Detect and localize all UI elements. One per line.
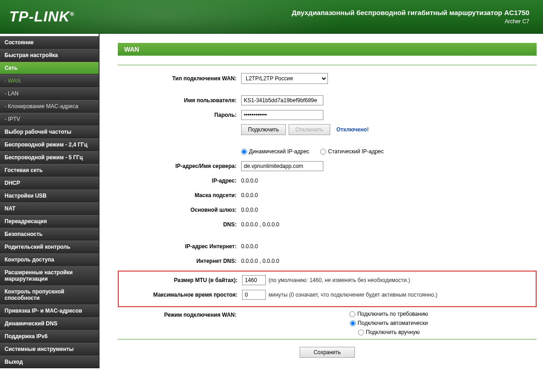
sidebar: СостояниеБыстрая настройкаСеть- WAN- LAN… xyxy=(0,34,100,368)
nav-item-11[interactable]: DHCP xyxy=(0,177,99,189)
label-gateway: Основной шлюз: xyxy=(118,207,241,213)
label-idle: Максимальное время простоя: xyxy=(119,292,242,298)
save-button[interactable]: Сохранить xyxy=(300,347,355,358)
nav-item-0[interactable]: Состояние xyxy=(0,36,99,49)
label-ip: IP-адрес: xyxy=(118,178,241,184)
nav-item-12[interactable]: Настройки USB xyxy=(0,189,99,202)
nav-item-19[interactable]: Контроль пропускной способности xyxy=(0,285,99,304)
value-mask: 0.0.0.0 xyxy=(241,192,258,199)
hint-mtu: (по умолчанию: 1460, не изменять без нео… xyxy=(269,277,410,283)
nav-item-16[interactable]: Родительский контроль xyxy=(0,240,99,253)
label-auto: Подключить автоматически xyxy=(358,320,428,326)
password-input[interactable] xyxy=(241,110,323,120)
disconnect-button[interactable]: Отключить xyxy=(289,124,330,135)
label-on-demand: Подключить по требованию xyxy=(357,311,428,317)
radio-auto[interactable] xyxy=(350,320,356,326)
nav-item-8[interactable]: Беспроводной режим - 2,4 ГГц xyxy=(0,138,99,151)
username-input[interactable] xyxy=(241,95,323,105)
nav-item-13[interactable]: NAT xyxy=(0,202,99,215)
wan-type-select[interactable]: L2TP/L2TP Россия xyxy=(241,73,328,84)
nav-item-21[interactable]: Динамический DNS xyxy=(0,317,99,330)
radio-dynamic-ip[interactable] xyxy=(241,149,247,155)
page-title: WAN xyxy=(118,43,537,56)
radio-on-demand[interactable] xyxy=(349,311,355,317)
connection-status: Отключено! xyxy=(337,126,369,133)
idle-input[interactable] xyxy=(242,290,266,300)
value-gateway: 0.0.0.0 xyxy=(241,207,258,213)
nav-item-17[interactable]: Контроль доступа xyxy=(0,253,99,266)
wan-form: Тип подключения WAN: L2TP/L2TP Россия Им… xyxy=(118,73,537,358)
label-server: IP-адрес/Имя сервера: xyxy=(118,163,241,169)
highlight-box: Размер MTU (в байтах): (по умолчанию: 14… xyxy=(118,271,537,307)
label-dynamic-ip: Динамический IP-адрес xyxy=(249,148,309,155)
value-ip: 0.0.0.0 xyxy=(241,178,258,184)
connect-button[interactable]: Подключить xyxy=(241,124,286,135)
nav-item-1[interactable]: Быстрая настройка xyxy=(0,49,99,62)
server-input[interactable] xyxy=(241,161,323,171)
nav-item-2[interactable]: Сеть xyxy=(0,62,99,74)
nav-item-24[interactable]: Выход xyxy=(0,355,99,368)
value-internet-dns: 0.0.0.0 , 0.0.0.0 xyxy=(241,258,279,264)
label-dns: DNS: xyxy=(118,221,241,228)
nav-item-18[interactable]: Расширенные настройки маршрутизации xyxy=(0,266,99,285)
hint-idle: минуты (0 означает, что подключение буде… xyxy=(269,292,438,298)
nav-item-14[interactable]: Переадресация xyxy=(0,215,99,228)
nav-item-4[interactable]: - LAN xyxy=(0,87,99,100)
label-mtu: Размер MTU (в байтах): xyxy=(119,277,242,283)
logo: TP-LINK® xyxy=(9,8,74,25)
label-username: Имя пользователя: xyxy=(118,97,241,104)
label-manual: Подключить вручную xyxy=(366,329,420,335)
nav-item-6[interactable]: - IPTV xyxy=(0,113,99,125)
content: WAN Тип подключения WAN: L2TP/L2TP Росси… xyxy=(100,34,543,368)
nav-item-22[interactable]: Поддержка IPv6 xyxy=(0,330,99,343)
nav-item-20[interactable]: Привязка IP- и MAC-адресов xyxy=(0,304,99,317)
product-model: Archer C7 xyxy=(292,18,529,25)
nav-item-3[interactable]: - WAN xyxy=(0,74,99,87)
label-password: Пароль: xyxy=(118,112,241,118)
label-internet-ip: IP-адрес Интернет: xyxy=(118,243,241,250)
radio-manual[interactable] xyxy=(358,329,364,335)
nav-item-5[interactable]: - Клонирование MAC-адреса xyxy=(0,100,99,113)
label-internet-dns: Интернет DNS: xyxy=(118,258,241,264)
value-internet-ip: 0.0.0.0 xyxy=(241,243,258,250)
header: TP-LINK® Двухдиапазонный беспроводной ги… xyxy=(0,0,543,34)
nav-item-9[interactable]: Беспроводной режим - 5 ГГц xyxy=(0,151,99,164)
nav-item-23[interactable]: Системные инструменты xyxy=(0,343,99,355)
nav-item-10[interactable]: Гостевая сеть xyxy=(0,164,99,177)
radio-static-ip[interactable] xyxy=(320,149,326,155)
label-wan-type: Тип подключения WAN: xyxy=(118,75,241,82)
label-static-ip: Статический IP-адрес xyxy=(328,148,384,155)
nav-item-7[interactable]: Выбор рабочей частоты xyxy=(0,125,99,138)
label-mask: Маска подсети: xyxy=(118,192,241,199)
separator xyxy=(118,339,537,340)
header-right: Двухдиапазонный беспроводной гигабитный … xyxy=(292,9,529,25)
product-title: Двухдиапазонный беспроводной гигабитный … xyxy=(292,9,529,16)
separator xyxy=(118,65,537,65)
label-connect-mode: Режим подключения WAN: xyxy=(118,311,241,318)
mtu-input[interactable] xyxy=(242,275,266,285)
value-dns: 0.0.0.0 , 0.0.0.0 xyxy=(241,221,279,228)
nav-item-15[interactable]: Безопасность xyxy=(0,228,99,240)
